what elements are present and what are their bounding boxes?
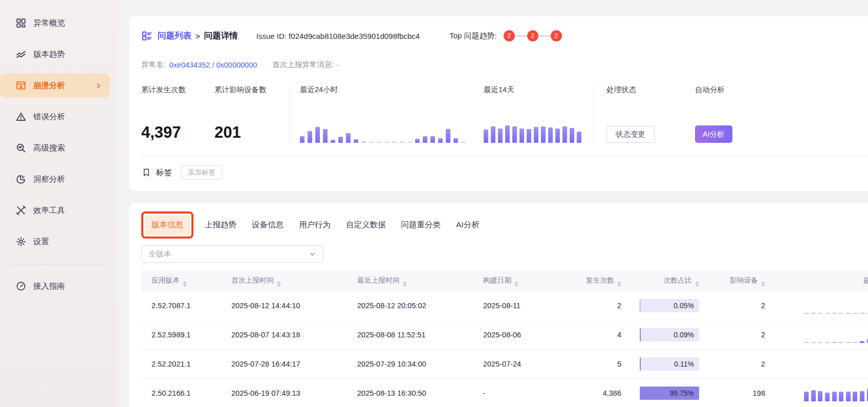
percentage-bar: 99.75% xyxy=(640,387,699,400)
table-row[interactable]: 2.50.2166.12025-06-19 07:49:132025-08-13… xyxy=(141,379,868,407)
column-header-label: 次数占比 xyxy=(664,276,692,284)
sidebar-item-settings[interactable]: 设置 xyxy=(0,229,110,254)
page-title: 问题详情 xyxy=(204,30,238,41)
sidebar-item-insight-analysis[interactable]: 洞察分析 xyxy=(0,167,110,191)
cell-trend xyxy=(769,320,868,350)
sort-caret-icon[interactable] xyxy=(183,282,187,287)
column-header-5[interactable]: 发生次数 xyxy=(574,271,622,291)
column-header-7[interactable]: 影响设备 xyxy=(702,271,769,291)
column-header-4[interactable]: 构建日期 xyxy=(473,271,574,291)
sidebar-item-crash-analysis[interactable]: 崩溃分析 xyxy=(0,73,110,98)
chart-14d xyxy=(484,124,594,143)
cell-first-report: 2025-08-07 14:43:18 xyxy=(221,320,347,350)
table-row[interactable]: 2.52.2021.12025-07-28 16:44:172025-07-29… xyxy=(141,350,868,379)
settings-icon xyxy=(15,236,27,247)
cell-percentage: 0.05% xyxy=(622,291,702,320)
percentage-bar-fill xyxy=(640,328,641,341)
column-header-8: 最近15天联网 xyxy=(769,271,868,291)
cell-trend xyxy=(769,291,868,320)
stat-value: 201 xyxy=(214,123,289,142)
dashboard-icon xyxy=(15,17,27,29)
column-header-6[interactable]: 次数占比 xyxy=(622,271,702,291)
cell-percentage: 0.11% xyxy=(622,350,702,379)
cell-count: 4 xyxy=(574,320,622,350)
tab-7[interactable]: AI分析 xyxy=(456,220,480,230)
sidebar-item-label: 异常概览 xyxy=(33,18,65,29)
cell-version: 2.52.7087.1 xyxy=(141,291,221,320)
sidebar-item-label: 效率工具 xyxy=(33,205,65,216)
ai-analysis-button[interactable]: AI分析 xyxy=(695,125,732,143)
tools-icon xyxy=(15,205,27,216)
sidebar: 异常概览版本趋势崩溃分析错误分析高级搜索洞察分析效率工具设置 接入指南 xyxy=(0,0,116,407)
sidebar-item-label: 高级搜索 xyxy=(33,143,65,154)
add-tag-button[interactable]: 添加标签 xyxy=(181,165,222,180)
column-header-3[interactable]: 最近上报时间 xyxy=(347,271,473,291)
cell-devices: 2 xyxy=(702,320,769,350)
badge-connector xyxy=(538,35,551,37)
column-header-2[interactable]: 首次上报时间 xyxy=(221,271,347,291)
table-row[interactable]: 2.52.5989.12025-08-07 14:43:182025-08-08… xyxy=(141,320,868,350)
tab-2[interactable]: 上报趋势 xyxy=(205,220,236,230)
exception-row: 异常名: 0xe0434352 / 0x00000000 首次上报异常消息: - xyxy=(141,60,868,70)
trend-sparkline xyxy=(804,297,868,314)
issue-detail-card: 版本信息上报趋势设备信息用户行为自定义数据问题重分类AI分析 全版本 应用版本首… xyxy=(129,203,868,407)
sidebar-item-advanced-search[interactable]: 高级搜索 xyxy=(0,136,110,160)
stat-label: 累计影响设备数 xyxy=(214,85,289,95)
cell-first-report: 2025-07-28 16:44:17 xyxy=(221,350,347,379)
cell-devices: 2 xyxy=(702,350,769,379)
cell-first-report: 2025-06-19 07:49:13 xyxy=(221,379,347,407)
sidebar-divider xyxy=(8,264,108,265)
stats-row: 累计发生次数 4,397 累计影响设备数 201 最近24小时 最近14天 xyxy=(141,85,868,143)
sort-caret-icon[interactable] xyxy=(514,282,518,287)
tab-1[interactable]: 版本信息 xyxy=(145,215,190,235)
tab-3[interactable]: 设备信息 xyxy=(252,220,284,230)
column-header-label: 构建日期 xyxy=(483,276,511,284)
percentage-text: 0.11% xyxy=(674,360,699,368)
sidebar-item-efficiency-tools[interactable]: 效率工具 xyxy=(0,198,110,223)
sidebar-item-version-trend[interactable]: 版本趋势 xyxy=(0,42,110,67)
tab-6[interactable]: 问题重分类 xyxy=(401,220,441,230)
sidebar-item-overview[interactable]: 异常概览 xyxy=(0,11,110,35)
tab-4[interactable]: 用户行为 xyxy=(299,220,331,230)
cell-percentage: 0.09% xyxy=(622,320,702,350)
cell-last-report: 2025-07-29 10:34:00 xyxy=(347,350,473,379)
issue-summary-card: 问题列表 > 问题详情 Issue ID: f024d9cab8108e3de3… xyxy=(129,16,868,191)
sort-caret-icon[interactable] xyxy=(761,282,765,287)
sort-caret-icon[interactable] xyxy=(403,282,407,287)
sidebar-item-guide[interactable]: 接入指南 xyxy=(0,274,110,298)
sidebar-item-label: 洞察分析 xyxy=(33,174,65,185)
exception-name-link[interactable]: 0xe0434352 / 0x00000000 xyxy=(169,61,257,69)
auto-analysis-block: 自动分析 AI分析 xyxy=(680,85,732,143)
version-filter-select[interactable]: 全版本 xyxy=(141,245,323,263)
cell-devices: 198 xyxy=(702,379,769,407)
cell-version: 2.52.5989.1 xyxy=(141,320,221,350)
error-icon xyxy=(15,111,27,122)
trend-sparkline xyxy=(804,385,868,401)
column-header-label: 首次上报时间 xyxy=(231,276,274,284)
auto-analysis-label: 自动分析 xyxy=(695,85,732,95)
status-block: 处理状态 状态变更 xyxy=(594,85,680,143)
trend-badge[interactable]: 2 xyxy=(551,30,562,41)
sort-caret-icon[interactable] xyxy=(695,282,699,287)
sidebar-item-label: 错误分析 xyxy=(33,112,65,122)
cell-build-date: - xyxy=(473,379,574,407)
status-change-button[interactable]: 状态变更 xyxy=(606,126,655,143)
table-row[interactable]: 2.52.7087.12025-08-12 14:44:102025-08-12… xyxy=(141,291,868,320)
cell-count: 4,386 xyxy=(574,379,622,407)
sidebar-item-error-analysis[interactable]: 错误分析 xyxy=(0,104,110,129)
chevron-right-icon xyxy=(95,82,102,89)
tags-row: 标签 添加标签 xyxy=(141,165,868,180)
trend-badge[interactable]: 2 xyxy=(504,30,515,41)
sort-caret-icon[interactable] xyxy=(277,282,281,287)
first-report-msg-value: - xyxy=(336,61,339,69)
column-header-1[interactable]: 应用版本 xyxy=(141,271,221,291)
column-header-label: 最近15天联网 xyxy=(863,277,868,285)
breadcrumb-issue-list-link[interactable]: 问题列表 xyxy=(158,30,191,41)
sidebar-item-label: 设置 xyxy=(33,237,49,247)
trend-badge[interactable]: 2 xyxy=(527,30,538,41)
tab-5[interactable]: 自定义数据 xyxy=(346,220,386,230)
trend-badges: 222 xyxy=(504,30,562,41)
percentage-bar-fill xyxy=(640,299,640,312)
sort-caret-icon[interactable] xyxy=(617,282,621,287)
exception-name-label: 异常名: xyxy=(141,60,166,70)
